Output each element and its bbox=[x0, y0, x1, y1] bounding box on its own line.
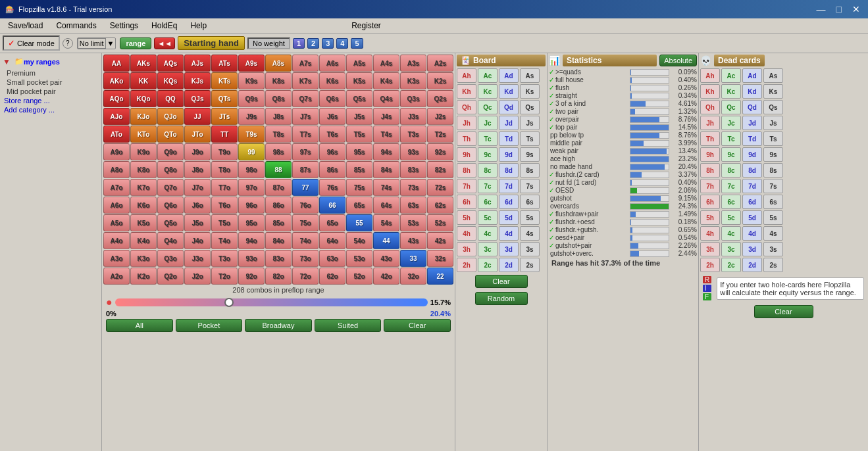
hand-cell[interactable]: 54s bbox=[373, 214, 399, 231]
dead-card-button[interactable]: Ks bbox=[763, 84, 783, 99]
absolute-button[interactable]: Absolute bbox=[659, 55, 697, 66]
hand-cell[interactable]: Q8o bbox=[157, 161, 184, 178]
dead-card-button[interactable]: Qc bbox=[721, 100, 741, 114]
no-limit-select[interactable]: No limit bbox=[78, 38, 106, 49]
hand-cell[interactable]: 93o bbox=[238, 250, 265, 267]
hand-cell[interactable]: 52s bbox=[427, 214, 453, 231]
suited-button[interactable]: Suited bbox=[315, 319, 382, 332]
hand-cell[interactable]: QTo bbox=[157, 126, 184, 143]
board-card-button[interactable]: 3s bbox=[520, 242, 540, 256]
hand-cell[interactable]: 82s bbox=[427, 161, 453, 178]
hand-cell[interactable]: J9o bbox=[184, 143, 211, 160]
hand-cell[interactable]: T7o bbox=[211, 179, 238, 196]
board-clear-button[interactable]: Clear bbox=[475, 275, 528, 288]
hand-cell[interactable]: 92s bbox=[427, 143, 453, 160]
hand-cell[interactable]: 93s bbox=[400, 143, 426, 160]
hand-cell[interactable]: K2s bbox=[427, 72, 453, 89]
hand-cell[interactable]: J4o bbox=[184, 232, 211, 249]
hand-cell[interactable]: 98s bbox=[265, 143, 292, 160]
hand-cell[interactable]: K3o bbox=[130, 250, 157, 267]
clear-mode-button[interactable]: ✓ Clear mode bbox=[3, 36, 60, 51]
store-range-link[interactable]: Store range ... bbox=[1, 96, 100, 105]
hand-cell[interactable]: J3o bbox=[184, 250, 211, 267]
dead-card-button[interactable]: Td bbox=[742, 131, 762, 146]
hand-cell[interactable]: 99 bbox=[238, 143, 265, 160]
hand-cell[interactable]: 65o bbox=[319, 214, 345, 231]
hand-cell[interactable]: 97s bbox=[292, 143, 319, 160]
hand-cell[interactable]: J8o bbox=[184, 161, 211, 178]
hand-cell[interactable]: Q4s bbox=[373, 90, 399, 107]
hand-cell[interactable]: AJo bbox=[103, 108, 130, 125]
hand-cell[interactable]: KJo bbox=[130, 108, 157, 125]
range-button[interactable]: range bbox=[120, 37, 151, 49]
hand-cell[interactable]: J5s bbox=[346, 108, 372, 125]
board-card-button[interactable]: 2s bbox=[520, 258, 540, 272]
dropdown-arrow-icon[interactable]: ▼ bbox=[106, 39, 116, 47]
board-card-button[interactable]: Jc bbox=[478, 116, 498, 130]
board-card-button[interactable]: 7c bbox=[478, 179, 498, 193]
dead-card-button[interactable]: 2h bbox=[700, 258, 720, 272]
hand-cell[interactable]: 94s bbox=[373, 143, 399, 160]
hand-cell[interactable]: 87o bbox=[265, 179, 292, 196]
board-card-button[interactable]: Qs bbox=[520, 100, 540, 114]
dead-card-button[interactable]: Qs bbox=[763, 100, 783, 114]
board-card-button[interactable]: 4h bbox=[457, 226, 476, 241]
slider-thumb[interactable] bbox=[224, 298, 234, 307]
hand-cell[interactable]: QTs bbox=[211, 90, 238, 107]
hand-cell[interactable]: 54o bbox=[346, 232, 372, 249]
hand-cell[interactable]: A6o bbox=[103, 197, 130, 214]
hand-cell[interactable]: Q8s bbox=[265, 90, 292, 107]
dead-card-button[interactable]: 5d bbox=[742, 210, 762, 225]
hand-cell[interactable]: Q6s bbox=[319, 90, 345, 107]
hand-cell[interactable]: 77 bbox=[292, 179, 319, 196]
menu-register[interactable]: Register bbox=[346, 20, 386, 32]
board-card-button[interactable]: Kc bbox=[478, 84, 498, 99]
hand-cell[interactable]: A9s bbox=[238, 55, 265, 72]
hand-cell[interactable]: 84s bbox=[373, 161, 399, 178]
tab-3-button[interactable]: 3 bbox=[322, 38, 334, 49]
dead-card-button[interactable]: 5s bbox=[763, 210, 783, 225]
hand-cell[interactable]: 92o bbox=[238, 268, 265, 285]
hand-cell[interactable]: KTo bbox=[130, 126, 157, 143]
dead-card-button[interactable]: 7c bbox=[721, 179, 741, 193]
hand-cell[interactable]: 85s bbox=[346, 161, 372, 178]
hand-cell[interactable]: Q5o bbox=[157, 214, 184, 231]
hand-cell[interactable]: 95o bbox=[238, 214, 265, 231]
hand-cell[interactable]: K4s bbox=[373, 72, 399, 89]
board-card-button[interactable]: Th bbox=[457, 131, 476, 146]
board-card-button[interactable]: 4c bbox=[478, 226, 498, 241]
hand-cell[interactable]: J7o bbox=[184, 179, 211, 196]
hand-cell[interactable]: 53o bbox=[346, 250, 372, 267]
dead-card-button[interactable]: Kd bbox=[742, 84, 762, 99]
hand-cell[interactable]: KTs bbox=[211, 72, 238, 89]
hand-cell[interactable]: T3o bbox=[211, 250, 238, 267]
dead-card-button[interactable]: 4h bbox=[700, 226, 720, 241]
board-card-button[interactable]: 8s bbox=[520, 163, 540, 178]
board-card-button[interactable]: 2d bbox=[499, 258, 519, 272]
hand-cell[interactable]: T9o bbox=[211, 143, 238, 160]
hand-cell[interactable]: K6o bbox=[130, 197, 157, 214]
hand-cell[interactable]: 53s bbox=[400, 214, 426, 231]
hand-cell[interactable]: 33 bbox=[400, 250, 426, 267]
hand-cell[interactable]: T2s bbox=[427, 126, 453, 143]
hand-cell[interactable]: A4s bbox=[373, 55, 399, 72]
hand-cell[interactable]: 44 bbox=[373, 232, 399, 249]
hand-cell[interactable]: Q5s bbox=[346, 90, 372, 107]
hand-cell[interactable]: T8o bbox=[211, 161, 238, 178]
board-card-button[interactable]: 5d bbox=[499, 210, 519, 225]
board-card-button[interactable]: Tc bbox=[478, 131, 498, 146]
hand-cell[interactable]: A4o bbox=[103, 232, 130, 249]
board-card-button[interactable]: 2h bbox=[457, 258, 476, 272]
hand-cell[interactable]: T4s bbox=[373, 126, 399, 143]
hand-cell[interactable]: T9s bbox=[238, 126, 265, 143]
hand-cell[interactable]: T4o bbox=[211, 232, 238, 249]
hand-cell[interactable]: T3s bbox=[400, 126, 426, 143]
hand-cell[interactable]: K5o bbox=[130, 214, 157, 231]
hand-cell[interactable]: A5o bbox=[103, 214, 130, 231]
dead-card-button[interactable]: 5h bbox=[700, 210, 720, 225]
board-card-button[interactable]: Ad bbox=[499, 68, 519, 83]
hand-cell[interactable]: AKo bbox=[103, 72, 130, 89]
hand-cell[interactable]: A8s bbox=[265, 55, 292, 72]
hand-cell[interactable]: T8s bbox=[265, 126, 292, 143]
hand-cell[interactable]: 73s bbox=[400, 179, 426, 196]
